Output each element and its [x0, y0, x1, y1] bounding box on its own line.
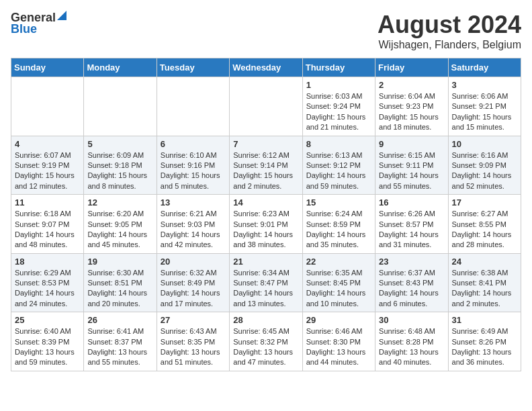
calendar-cell: 7Sunrise: 6:12 AMSunset: 9:14 PMDaylight… [230, 136, 302, 195]
day-info: Sunrise: 6:26 AMSunset: 8:57 PMDaylight:… [379, 209, 444, 250]
calendar-cell: 23Sunrise: 6:37 AMSunset: 8:43 PMDayligh… [375, 253, 448, 312]
day-info: Sunrise: 6:21 AMSunset: 9:03 PMDaylight:… [161, 209, 226, 250]
day-number: 22 [306, 257, 371, 267]
day-number: 2 [379, 80, 444, 90]
week-row-5: 25Sunrise: 6:40 AMSunset: 8:39 PMDayligh… [11, 312, 521, 371]
calendar-cell: 28Sunrise: 6:45 AMSunset: 8:32 PMDayligh… [230, 312, 302, 371]
calendar-cell: 1Sunrise: 6:03 AMSunset: 9:24 PMDaylight… [302, 77, 375, 136]
day-number: 17 [452, 197, 517, 208]
calendar-cell: 20Sunrise: 6:32 AMSunset: 8:49 PMDayligh… [157, 253, 229, 312]
calendar-cell [11, 77, 84, 136]
calendar-cell: 25Sunrise: 6:40 AMSunset: 8:39 PMDayligh… [11, 312, 84, 371]
day-number: 6 [161, 139, 226, 149]
day-info: Sunrise: 6:41 AMSunset: 8:37 PMDaylight:… [87, 326, 152, 368]
day-number: 9 [379, 139, 444, 149]
day-header-saturday: Saturday [448, 58, 521, 77]
day-info: Sunrise: 6:07 AMSunset: 9:19 PMDaylight:… [15, 150, 80, 192]
day-header-tuesday: Tuesday [157, 58, 229, 77]
day-info: Sunrise: 6:13 AMSunset: 9:12 PMDaylight:… [306, 150, 371, 192]
location-text: Wijshagen, Flanders, Belgium [378, 39, 521, 51]
day-header-wednesday: Wednesday [230, 58, 302, 77]
day-info: Sunrise: 6:40 AMSunset: 8:39 PMDaylight:… [15, 326, 80, 368]
day-number: 26 [87, 315, 152, 325]
day-header-friday: Friday [375, 58, 448, 77]
calendar-cell: 27Sunrise: 6:43 AMSunset: 8:35 PMDayligh… [157, 312, 229, 371]
day-number: 1 [306, 80, 371, 90]
day-number: 18 [15, 257, 80, 267]
calendar-cell: 12Sunrise: 6:20 AMSunset: 9:05 PMDayligh… [84, 195, 157, 254]
day-header-thursday: Thursday [302, 58, 375, 77]
day-number: 19 [87, 257, 152, 267]
day-info: Sunrise: 6:24 AMSunset: 8:59 PMDaylight:… [306, 209, 371, 250]
week-row-4: 18Sunrise: 6:29 AMSunset: 8:53 PMDayligh… [11, 253, 521, 312]
week-row-2: 4Sunrise: 6:07 AMSunset: 9:19 PMDaylight… [11, 136, 521, 195]
day-number: 31 [452, 315, 517, 325]
day-info: Sunrise: 6:34 AMSunset: 8:47 PMDaylight:… [233, 268, 298, 310]
day-number: 4 [15, 139, 80, 149]
calendar-cell: 24Sunrise: 6:38 AMSunset: 8:41 PMDayligh… [448, 253, 521, 312]
calendar-cell: 6Sunrise: 6:10 AMSunset: 9:16 PMDaylight… [157, 136, 229, 195]
svg-marker-0 [57, 11, 66, 20]
day-info: Sunrise: 6:09 AMSunset: 9:18 PMDaylight:… [87, 150, 152, 192]
calendar-cell: 2Sunrise: 6:04 AMSunset: 9:23 PMDaylight… [375, 77, 448, 136]
day-info: Sunrise: 6:48 AMSunset: 8:28 PMDaylight:… [379, 326, 444, 368]
week-row-1: 1Sunrise: 6:03 AMSunset: 9:24 PMDaylight… [11, 77, 521, 136]
day-info: Sunrise: 6:20 AMSunset: 9:05 PMDaylight:… [87, 209, 152, 250]
day-number: 29 [306, 315, 371, 325]
calendar-cell: 29Sunrise: 6:46 AMSunset: 8:30 PMDayligh… [302, 312, 375, 371]
day-number: 21 [233, 257, 298, 267]
calendar-cell: 19Sunrise: 6:30 AMSunset: 8:51 PMDayligh… [84, 253, 157, 312]
day-number: 7 [233, 139, 298, 149]
calendar-table: SundayMondayTuesdayWednesdayThursdayFrid… [11, 58, 521, 371]
day-number: 30 [379, 315, 444, 325]
day-info: Sunrise: 6:49 AMSunset: 8:26 PMDaylight:… [452, 326, 517, 368]
day-info: Sunrise: 6:27 AMSunset: 8:55 PMDaylight:… [452, 209, 517, 250]
day-number: 5 [87, 139, 152, 149]
day-info: Sunrise: 6:06 AMSunset: 9:21 PMDaylight:… [452, 91, 517, 133]
calendar-cell [84, 77, 157, 136]
day-info: Sunrise: 6:45 AMSunset: 8:32 PMDaylight:… [233, 326, 298, 368]
day-info: Sunrise: 6:38 AMSunset: 8:41 PMDaylight:… [452, 268, 517, 310]
day-header-sunday: Sunday [11, 58, 84, 77]
calendar-cell: 30Sunrise: 6:48 AMSunset: 8:28 PMDayligh… [375, 312, 448, 371]
day-number: 13 [161, 197, 226, 208]
calendar-cell: 9Sunrise: 6:15 AMSunset: 9:11 PMDaylight… [375, 136, 448, 195]
day-info: Sunrise: 6:12 AMSunset: 9:14 PMDaylight:… [233, 150, 298, 192]
day-info: Sunrise: 6:15 AMSunset: 9:11 PMDaylight:… [379, 150, 444, 192]
day-info: Sunrise: 6:32 AMSunset: 8:49 PMDaylight:… [161, 268, 226, 310]
day-number: 24 [452, 257, 517, 267]
day-info: Sunrise: 6:29 AMSunset: 8:53 PMDaylight:… [15, 268, 80, 310]
day-number: 10 [452, 139, 517, 149]
logo: General Blue [11, 11, 66, 36]
calendar-cell: 5Sunrise: 6:09 AMSunset: 9:18 PMDaylight… [84, 136, 157, 195]
day-number: 12 [87, 197, 152, 208]
calendar-cell: 13Sunrise: 6:21 AMSunset: 9:03 PMDayligh… [157, 195, 229, 254]
calendar-cell: 3Sunrise: 6:06 AMSunset: 9:21 PMDaylight… [448, 77, 521, 136]
day-info: Sunrise: 6:30 AMSunset: 8:51 PMDaylight:… [87, 268, 152, 310]
day-number: 14 [233, 197, 298, 208]
day-info: Sunrise: 6:10 AMSunset: 9:16 PMDaylight:… [161, 150, 226, 192]
month-title: August 2024 [378, 11, 521, 39]
calendar-cell: 4Sunrise: 6:07 AMSunset: 9:19 PMDaylight… [11, 136, 84, 195]
day-number: 23 [379, 257, 444, 267]
day-info: Sunrise: 6:16 AMSunset: 9:09 PMDaylight:… [452, 150, 517, 192]
day-info: Sunrise: 6:43 AMSunset: 8:35 PMDaylight:… [161, 326, 226, 368]
calendar-cell: 31Sunrise: 6:49 AMSunset: 8:26 PMDayligh… [448, 312, 521, 371]
day-info: Sunrise: 6:35 AMSunset: 8:45 PMDaylight:… [306, 268, 371, 310]
day-number: 15 [306, 197, 371, 208]
calendar-cell: 14Sunrise: 6:23 AMSunset: 9:01 PMDayligh… [230, 195, 302, 254]
day-number: 3 [452, 80, 517, 90]
day-number: 25 [15, 315, 80, 325]
day-number: 27 [161, 315, 226, 325]
page-header: General Blue August 2024 Wijshagen, Flan… [11, 11, 521, 51]
day-number: 20 [161, 257, 226, 267]
calendar-cell: 21Sunrise: 6:34 AMSunset: 8:47 PMDayligh… [230, 253, 302, 312]
day-number: 11 [15, 197, 80, 208]
day-headers-row: SundayMondayTuesdayWednesdayThursdayFrid… [11, 58, 521, 77]
calendar-cell: 10Sunrise: 6:16 AMSunset: 9:09 PMDayligh… [448, 136, 521, 195]
calendar-cell: 22Sunrise: 6:35 AMSunset: 8:45 PMDayligh… [302, 253, 375, 312]
day-info: Sunrise: 6:46 AMSunset: 8:30 PMDaylight:… [306, 326, 371, 368]
calendar-cell: 18Sunrise: 6:29 AMSunset: 8:53 PMDayligh… [11, 253, 84, 312]
calendar-cell: 15Sunrise: 6:24 AMSunset: 8:59 PMDayligh… [302, 195, 375, 254]
calendar-cell [230, 77, 302, 136]
